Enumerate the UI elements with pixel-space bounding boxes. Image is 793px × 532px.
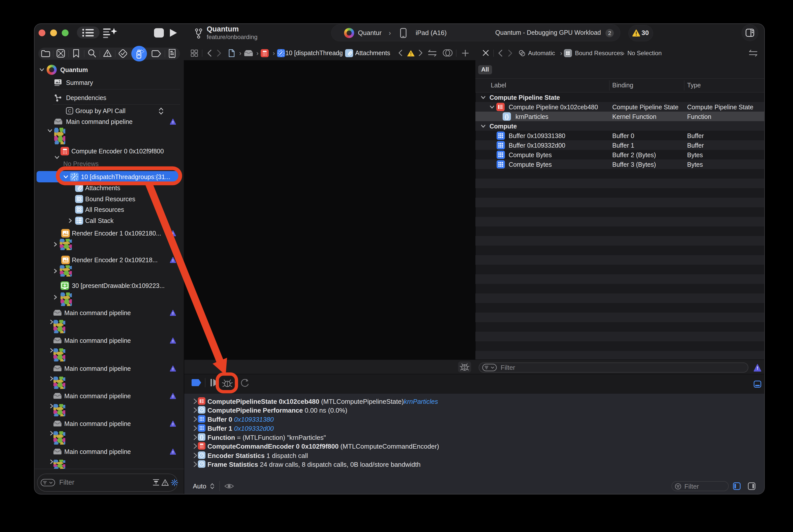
svg-text:!: !	[172, 232, 174, 236]
svg-text:!: !	[172, 422, 174, 426]
svg-text:!: !	[172, 120, 174, 124]
svg-text:!: !	[172, 450, 174, 454]
svg-text:!: !	[172, 367, 174, 371]
svg-text:!: !	[757, 365, 758, 371]
svg-text:!: !	[172, 339, 174, 343]
svg-text:C: C	[68, 109, 71, 113]
svg-text:!: !	[172, 259, 174, 263]
svg-text:!: !	[172, 311, 174, 316]
svg-text:!: !	[172, 395, 174, 399]
